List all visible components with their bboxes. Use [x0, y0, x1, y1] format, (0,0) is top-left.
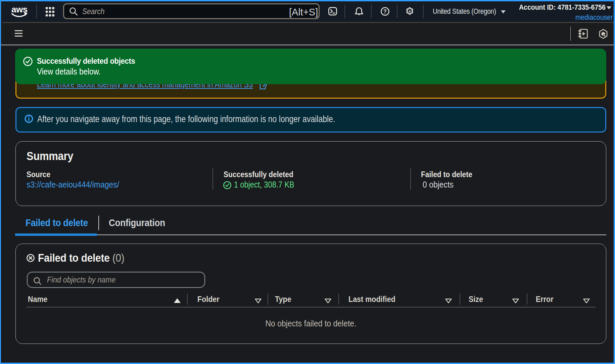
svg-text:?: ?	[383, 9, 387, 14]
